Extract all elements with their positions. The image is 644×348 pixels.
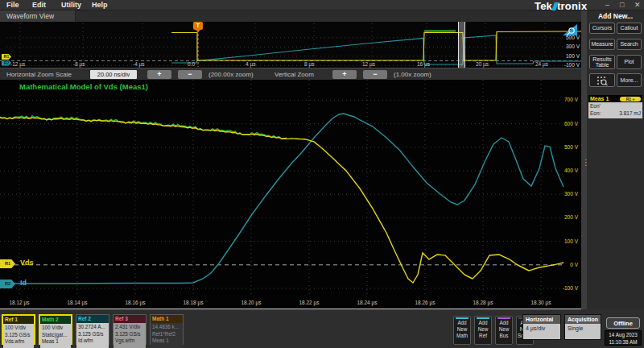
- main-axis-tick-label: 500 V: [552, 144, 578, 150]
- close-icon[interactable]: ✕: [634, 1, 641, 9]
- meas1-row2-value: 3.817 mJ: [619, 110, 641, 117]
- main-axis-tick-label: 18.26 µs: [407, 300, 443, 305]
- main-axis-tick-label: 100 V: [552, 238, 578, 244]
- h-zoom-factor: (200.00x zoom): [208, 71, 254, 78]
- minimize-icon[interactable]: –: [605, 1, 609, 9]
- id-label: Id: [20, 279, 27, 287]
- horizontal-title: Horizontal: [523, 315, 560, 324]
- main-axis-tick-label: 18.22 µs: [291, 300, 327, 305]
- channel-badge-ref3[interactable]: Ref 3 2.431 V/div3.125 GS/sVgs.wfm: [113, 314, 147, 345]
- overview-axis-tick-label: 16 µs: [417, 61, 430, 67]
- zoom-toolbar: Horizontal Zoom Scale 20.00 ns/div + − (…: [0, 68, 581, 80]
- date-time: 14 Aug 2023 11:10:38 AM: [605, 330, 642, 346]
- tab-label: Waveform View: [6, 12, 54, 20]
- time: 11:10:38 AM: [605, 338, 641, 346]
- main-waveforms: [0, 80, 581, 309]
- overview-axis-tick-label: 100 V: [559, 53, 580, 59]
- h-zoom-scale-value[interactable]: 20.00 ns/div: [90, 70, 137, 79]
- tab-waveform-view[interactable]: Waveform View: [0, 10, 76, 22]
- tektronix-scope-app: File Edit Utility Help Tektronix – □ ✕ W…: [0, 0, 644, 348]
- main-axis-tick-label: 300 V: [552, 191, 578, 197]
- v-zoom-label: Vertical Zoom: [275, 71, 314, 78]
- main-axis-tick-label: 600 V: [552, 121, 578, 126]
- acquisition-value: Single: [565, 324, 601, 339]
- meas1-row2-label: Eon:: [590, 110, 601, 116]
- main-axis-tick-label: 18.18 µs: [175, 300, 211, 305]
- overview-waveforms: [0, 22, 581, 68]
- date: 14 Aug 2023: [605, 331, 641, 338]
- overview-axis-tick-label: -8 µs: [73, 61, 85, 67]
- main-axis-tick-label: 18.30 µs: [523, 300, 559, 305]
- overview-axis-tick-label: 300 V: [559, 44, 580, 49]
- search-button[interactable]: Search: [617, 39, 642, 50]
- main-axis-tick-label: 18.12 µs: [2, 300, 37, 305]
- grid-search-icon: [597, 76, 608, 85]
- meas1-title: Meas 1: [590, 96, 609, 102]
- overview-axis-tick-label: 20 µs: [476, 61, 489, 67]
- meas1-row1: Eon': [590, 103, 601, 109]
- cursors-button[interactable]: Cursors: [589, 23, 615, 34]
- overview-axis-tick-label: -4 µs: [133, 61, 145, 67]
- menu-help[interactable]: Help: [92, 1, 108, 9]
- overview-plot[interactable]: T R1 R2 -12 µs-8 µs-4 µs0.04 µs8 µs12 µs…: [0, 22, 581, 68]
- channel-badge-ref1[interactable]: Ref 1 100 V/div3.125 GS/sVds.wfm: [2, 314, 35, 345]
- menu-utility[interactable]: Utility: [61, 1, 81, 9]
- more-button[interactable]: More...: [617, 73, 642, 87]
- right-sidebar: Add New... Cursors Callout Measure Searc…: [587, 10, 644, 309]
- main-axis-tick-label: 18.28 µs: [465, 300, 501, 305]
- v-zoom-plus-button[interactable]: +: [332, 70, 357, 79]
- waveform-view: Waveform View T R1 R2 -12 µs-8 µs-4 µs0.…: [0, 10, 581, 309]
- main-axis-tick-label: -100 V: [552, 285, 578, 291]
- callout-button[interactable]: Callout: [617, 23, 642, 34]
- zoom-window-handle[interactable]: [458, 22, 465, 68]
- main-axis-tick-label: 18.14 µs: [60, 300, 95, 305]
- trigger-marker[interactable]: T: [193, 22, 203, 30]
- search-results-icon-button[interactable]: [589, 73, 615, 87]
- overview-axis-tick-label: -12 µs: [10, 61, 25, 67]
- meas1-source-badge[interactable]: R1 +: [620, 97, 641, 102]
- overview-axis-tick-label: 12 µs: [362, 61, 375, 67]
- main-axis-tick-label: 18.20 µs: [233, 300, 269, 305]
- overview-axis-tick-label: 8 µs: [304, 61, 314, 67]
- overview-axis-tick-label: 4 µs: [246, 61, 255, 67]
- h-zoom-minus-button[interactable]: −: [178, 70, 202, 79]
- plot-button[interactable]: Plot: [617, 55, 642, 69]
- overview-axis-tick-label: 24 µs: [535, 61, 548, 67]
- main-plot[interactable]: Mathematical Model of Vds (Meas1) R1 Vds…: [0, 80, 581, 309]
- h-zoom-plus-button[interactable]: +: [147, 70, 171, 79]
- channel-badge-math1[interactable]: Math 1 14.4836 k...Ref1*Ref2Meas 1: [150, 314, 184, 345]
- main-axis-tick-label: 18.16 µs: [118, 300, 153, 305]
- v-zoom-factor: (1.00x zoom): [394, 71, 431, 78]
- meas1-header[interactable]: Meas 1 R1 +: [588, 95, 642, 102]
- main-axis-tick-label: 700 V: [552, 97, 578, 102]
- bottom-bar: Ref 1 100 V/div3.125 GS/sVds.wfm Math 2 …: [0, 309, 644, 348]
- acquisition-panel[interactable]: Acquisition Single: [564, 314, 601, 340]
- add-new-ref-button[interactable]: AddNewRef: [474, 316, 492, 345]
- offline-button[interactable]: Offline: [606, 317, 640, 329]
- main-axis-tick-label: 400 V: [552, 168, 578, 173]
- main-axis-tick-label: 18.24 µs: [349, 300, 385, 305]
- tab-strip: Waveform View: [0, 10, 581, 22]
- main-axis-tick-label: 200 V: [552, 214, 578, 220]
- channel-badge-ref2[interactable]: Ref 2 30.2724 A...3.125 GS/sId.wfm: [76, 314, 109, 345]
- results-table-button[interactable]: Results Table: [589, 55, 615, 69]
- meas1-results: Eon' Eon: 3.817 mJ: [588, 102, 642, 118]
- add-new-math-button[interactable]: AddNewMath: [453, 316, 471, 345]
- overview-axis-tick-label: 0.0: [188, 61, 195, 67]
- menu-file[interactable]: File: [6, 1, 19, 9]
- add-new-bus-button[interactable]: AddNewBus: [495, 316, 513, 345]
- menu-edit[interactable]: Edit: [32, 1, 46, 9]
- math-model-title: Mathematical Model of Vds (Meas1): [19, 82, 148, 91]
- acquisition-title: Acquisition: [565, 315, 601, 324]
- overview-axis-tick-label: 500 V: [559, 35, 580, 40]
- channel-badge-math2[interactable]: Math 2 100 V/divStatic|gat...Meas 1: [39, 314, 72, 345]
- add-new-header: Add New...: [587, 12, 644, 20]
- horizontal-panel[interactable]: Horizontal 4 µs/div: [522, 314, 561, 340]
- horizontal-value: 4 µs/div: [523, 324, 560, 339]
- v-zoom-minus-button[interactable]: −: [363, 70, 387, 79]
- main-axis-tick-label: 0 V: [552, 262, 578, 267]
- measure-button[interactable]: Measure: [589, 39, 615, 50]
- panel-divider[interactable]: ⋮: [581, 10, 587, 309]
- h-zoom-scale-label: Horizontal Zoom Scale: [6, 71, 72, 78]
- restore-icon[interactable]: □: [620, 1, 624, 9]
